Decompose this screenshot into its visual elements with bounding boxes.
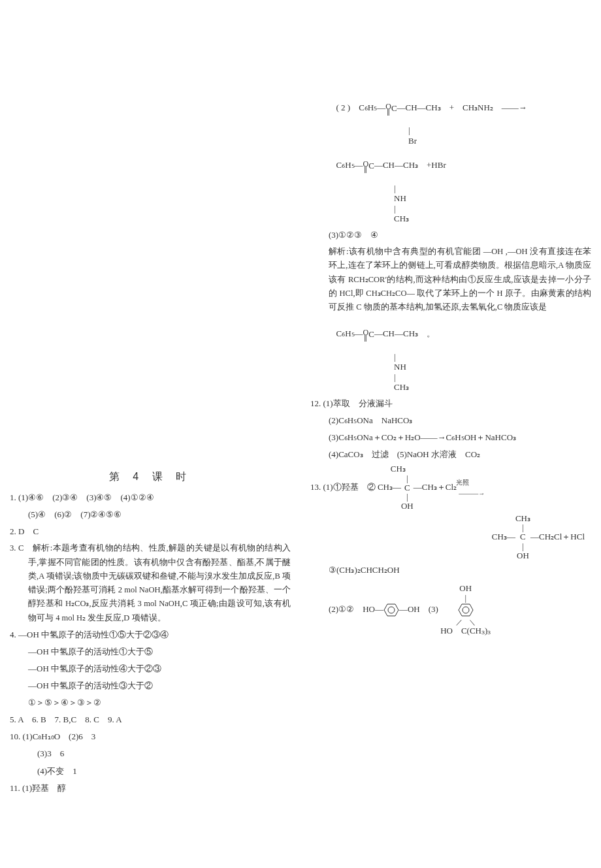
q13-3-top: OH: [459, 583, 472, 593]
q13-l1b-mid: C: [404, 483, 410, 492]
r-eq1-left: ( 2 ) C₆H₅—: [336, 103, 386, 112]
q13-3-struct: OH| ／ ＼ HO C(CH₃)₃: [440, 584, 491, 635]
q4-l4: —OH 中氢原子的活动性③大于②: [10, 679, 291, 693]
q10-l2: (3)3 6: [10, 747, 291, 761]
q13-l1a: 13. (1)①羟基 ② CH₃—: [310, 482, 401, 492]
q13-prod-top: CH₃: [515, 513, 530, 523]
section-title: 第 4 课 时: [10, 470, 291, 484]
struct-c-nh: NH: [394, 362, 406, 372]
struct-c-tail: | NH | CH₃: [394, 352, 591, 393]
carbonyl-icon: [385, 103, 391, 114]
r-eq1-br-text: Br: [408, 136, 417, 146]
r-eq2-mid: —CH—CH₃ +HBr: [374, 160, 446, 170]
benzene-icon: [383, 603, 399, 617]
q4-l3: —OH 中氢原子的活动性④大于②③: [10, 662, 291, 676]
reaction-2-nh: | NH | CH₃: [394, 184, 591, 224]
q13-2-b: —OH (3): [399, 604, 438, 614]
q3: 3. C 解析:本题考查有机物的结构、性质,解题的关键是以有机物的结构入手,掌握…: [10, 541, 291, 625]
carbonyl-icon: [363, 160, 369, 172]
q12-l4: (4)CaCO₃ 过滤 (5)NaOH 水溶液 CO₂: [310, 447, 591, 462]
q13-prod-bot: OH: [517, 551, 529, 560]
q5-9: 5. A 6. B 7. B,C 8. C 9. A: [10, 713, 291, 727]
reaction-2-product: C₆H₅—C—CH—CH₃ +HBr: [323, 150, 591, 182]
q11: 11. (1)羟基 醇: [10, 781, 291, 796]
r-eq2-left: C₆H₅—: [336, 160, 363, 170]
svg-marker-0: [384, 604, 398, 616]
q2: 2. D C: [10, 524, 291, 539]
carbonyl-icon: [363, 329, 369, 340]
r-3: (3)①②③ ④: [310, 228, 591, 242]
q13-prod-left: CH₃—: [492, 531, 515, 541]
svg-point-3: [463, 607, 469, 613]
q4-l1: 4. —OH 中氢原子的活动性①⑤大于②③④: [10, 628, 291, 642]
reaction-2-br: | Br: [408, 125, 591, 146]
right-column: ( 2 ) C₆H₅—C—CH—CH₃ + CH₃NH₂ ——→ | Br C₆…: [300, 0, 601, 868]
left-column: 第 4 课 时 1. (1)④⑥ (2)③④ (3)④⑤ (4)①②④ (5)④…: [0, 0, 300, 868]
r-eq1-mid: —CH—CH₃ + CH₃NH₂ ——→: [397, 103, 527, 112]
reaction-2-reactant: ( 2 ) C₆H₅—C—CH—CH₃ + CH₃NH₂ ——→: [323, 92, 591, 124]
struct-c-left: C₆H₅—: [336, 329, 363, 338]
struct-c-right: —CH—CH₃ 。: [374, 329, 435, 338]
benzene-icon: [458, 603, 474, 617]
q4-l5: ①＞⑤＞④＞③＞②: [10, 696, 291, 710]
r-eq2-nh-text: NH: [394, 193, 406, 203]
q12-l3: (3)C₆H₅ONa＋CO₂＋H₂O——→C₆H₅OH＋NaHCO₃: [310, 430, 591, 445]
q13-cond: 光照: [456, 479, 469, 486]
svg-point-1: [388, 607, 395, 613]
q13-2-a: (2)①② HO—: [329, 604, 383, 614]
svg-marker-2: [459, 604, 473, 616]
q4-l2: —OH 中氢原子的活动性①大于⑤: [10, 645, 291, 659]
q13-l1: 13. (1)①羟基 ② CH₃—CH₃|C|OH—CH₃＋Cl₂ 光照———→: [310, 464, 591, 511]
light-condition: 光照———→: [459, 477, 485, 499]
q13-2-3: (2)①② HO——OH (3) OH| ／ ＼ HO C(CH₃)₃: [310, 584, 591, 635]
q1-line1: 1. (1)④⑥ (2)③④ (3)④⑤ (4)①②④: [10, 490, 291, 505]
q13-l1b-bot: OH: [401, 501, 414, 511]
q13-arrow: ———→: [459, 490, 485, 497]
q13-product: CH₃—CH₃|C|OH—CH₂Cl＋HCl: [310, 514, 591, 560]
q10-l1: 10. (1)C₈H₁₀O (2)6 3: [10, 730, 291, 744]
struct-c: C₆H₅—C—CH—CH₃ 。: [323, 318, 591, 350]
q13-prod-right: —CH₂Cl＋HCl: [530, 531, 585, 541]
r-analysis: 解析:该有机物中含有典型的有机官能团 —OH ,—OH 没有直接连在苯环上,连在…: [310, 245, 591, 314]
q12-l2: (2)C₆H₅ONa NaHCO₃: [310, 413, 591, 428]
q13-frag1: CH₃|C|OH: [401, 464, 414, 511]
q13-3-bot: HO C(CH₃)₃: [440, 626, 491, 635]
q10-l3: (4)不变 1: [10, 764, 291, 779]
r-eq2-ch3-text: CH₃: [394, 214, 409, 223]
q13-prod-mid: C: [520, 532, 526, 541]
q13-l1c: —CH₃＋Cl₂: [414, 482, 459, 492]
q13-l3: ③(CH₃)₂CHCH₂OH: [310, 563, 591, 577]
q13-prod-frag: CH₃|C|OH: [515, 514, 530, 560]
q12-l1: 12. (1)萃取 分液漏斗: [310, 396, 591, 411]
q1-line2: (5)④ (6)② (7)②④⑤⑥: [10, 507, 291, 522]
struct-c-ch3: CH₃: [394, 382, 409, 392]
q13-l1b-top: CH₃: [391, 464, 406, 474]
